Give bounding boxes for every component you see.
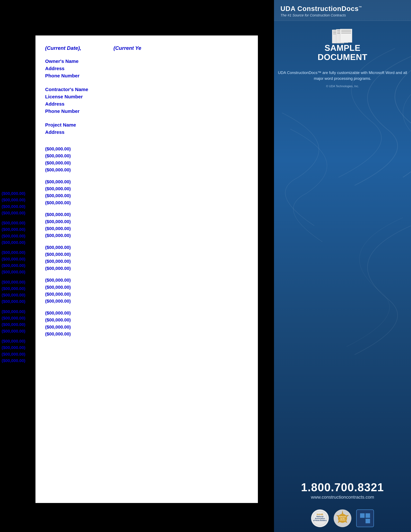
amount-group-5: ($00,000.00) ($00,000.00) ($00,000.00) (… xyxy=(45,277,248,305)
amount-3-2: ($00,000.00) xyxy=(45,218,248,225)
nahb-icon: National Association of Home Builders NA… xyxy=(313,511,327,526)
phone-number: 1.800.700.8321 xyxy=(301,481,384,494)
amount-5-1: ($00,000.00) xyxy=(45,277,248,284)
amount-6-2: ($00,000.00) xyxy=(45,316,248,323)
amount-2-3: ($00,000.00) xyxy=(45,192,248,199)
svg-text:Association: Association xyxy=(315,517,325,519)
left-amount-group-5: ($00,000.00) ($00,000.00) ($00,000.00) (… xyxy=(2,308,25,334)
left-amount-4-1: ($00,000.00) xyxy=(2,279,25,285)
amount-1-3: ($00,000.00) xyxy=(45,160,248,166)
amount-3-1: ($00,000.00) xyxy=(45,211,248,218)
svg-text:of Home Builders: of Home Builders xyxy=(313,520,327,521)
document-area: (Current Date), (Current Ye Owner's Name… xyxy=(0,0,274,532)
brand-title: UDA ConstructionDocs™ xyxy=(280,5,405,13)
contractor-name: Contractor's Name xyxy=(45,86,248,93)
left-amount-group-2: ($00,000.00) ($00,000.00) ($00,000.00) (… xyxy=(2,220,25,246)
amount-6-1: ($00,000.00) xyxy=(45,310,248,316)
amount-group-3: ($00,000.00) ($00,000.00) ($00,000.00) (… xyxy=(45,211,248,239)
endorsed-icon: Endorsed by the Industry xyxy=(334,509,351,527)
website-url: www.constructioncontracts.com xyxy=(301,494,384,500)
left-amount-2-4: ($00,000.00) xyxy=(2,239,25,246)
left-amount-group-3: ($00,000.00) ($00,000.00) ($00,000.00) (… xyxy=(2,249,25,275)
contractor-info-block: Contractor's Name License Number Address… xyxy=(45,86,248,115)
amount-group-2: ($00,000.00) ($00,000.00) ($00,000.00) (… xyxy=(45,178,248,206)
owner-phone: Phone Number xyxy=(45,72,248,79)
amount-2-1: ($00,000.00) xyxy=(45,178,248,185)
left-amount-5-3: ($00,000.00) xyxy=(2,321,25,328)
left-amount-3-4: ($00,000.00) xyxy=(2,269,25,275)
left-amount-2-2: ($00,000.00) xyxy=(2,226,25,233)
uda-grid-cell-2 xyxy=(365,513,370,518)
date-row: (Current Date), (Current Ye xyxy=(45,45,248,51)
sample-heading-line1: SAMPLE xyxy=(318,43,367,53)
current-date: (Current Date), xyxy=(45,45,81,51)
left-amount-5-2: ($00,000.00) xyxy=(2,315,25,321)
svg-text:Endorsed: Endorsed xyxy=(339,516,346,517)
amount-group-6: ($00,000.00) ($00,000.00) ($00,000.00) (… xyxy=(45,310,248,338)
amount-2-4: ($00,000.00) xyxy=(45,199,248,206)
endorsed-logo: Endorsed by the Industry xyxy=(334,509,351,527)
left-amount-5-4: ($00,000.00) xyxy=(2,328,25,334)
uda-logo xyxy=(356,509,374,527)
amount-1-4: ($00,000.00) xyxy=(45,166,248,173)
left-amount-1-4: ($00,000.00) xyxy=(2,210,25,216)
amount-1-1: ($00,000.00) xyxy=(45,145,248,152)
document-white-panel: (Current Date), (Current Ye Owner's Name… xyxy=(36,36,258,503)
left-amount-4-3: ($00,000.00) xyxy=(2,292,25,298)
document-icon-stack xyxy=(332,29,353,43)
left-amount-6-4: ($00,000.00) xyxy=(2,357,25,364)
license-number: License Number xyxy=(45,93,248,100)
amount-1-2: ($00,000.00) xyxy=(45,152,248,159)
sidebar-logos: National Association of Home Builders NA… xyxy=(311,509,374,527)
sample-description: UDA ConstructionDocs™ are fully customiz… xyxy=(274,70,411,81)
amount-6-4: ($00,000.00) xyxy=(45,331,248,337)
amount-group-1: ($00,000.00) ($00,000.00) ($00,000.00) (… xyxy=(45,145,248,173)
left-amount-1-3: ($00,000.00) xyxy=(2,203,25,210)
svg-text:NAHB: NAHB xyxy=(317,513,323,516)
amount-6-3: ($00,000.00) xyxy=(45,323,248,331)
left-black-amounts: ($00,000.00) ($00,000.00) ($00,000.00) (… xyxy=(2,190,25,367)
right-sidebar: UDA ConstructionDocs™ The #1 Source for … xyxy=(274,0,411,532)
amount-4-3: ($00,000.00) xyxy=(45,258,248,265)
sample-doc-section: SAMPLE DOCUMENT xyxy=(313,21,372,66)
current-year: (Current Ye xyxy=(113,45,141,51)
sidebar-branding: UDA ConstructionDocs™ The #1 Source for … xyxy=(274,0,411,21)
uda-grid-cell-1 xyxy=(360,513,364,518)
amount-5-3: ($00,000.00) xyxy=(45,291,248,298)
doc-page-front xyxy=(340,29,352,43)
amount-group-4: ($00,000.00) ($00,000.00) ($00,000.00) (… xyxy=(45,244,248,272)
contractor-phone: Phone Number xyxy=(45,107,248,115)
sample-heading-line2: DOCUMENT xyxy=(318,53,367,62)
left-amount-1-2: ($00,000.00) xyxy=(2,197,25,203)
project-info-block: Project Name Address xyxy=(45,121,248,136)
left-amount-2-3: ($00,000.00) xyxy=(2,233,25,239)
left-amount-3-2: ($00,000.00) xyxy=(2,256,25,262)
amount-4-4: ($00,000.00) xyxy=(45,265,248,272)
left-amount-6-1: ($00,000.00) xyxy=(2,338,25,344)
left-amount-4-2: ($00,000.00) xyxy=(2,285,25,292)
left-amount-group-4: ($00,000.00) ($00,000.00) ($00,000.00) (… xyxy=(2,279,25,305)
uda-grid-icon xyxy=(360,513,370,523)
amount-5-4: ($00,000.00) xyxy=(45,298,248,304)
svg-text:Industry: Industry xyxy=(340,519,346,521)
svg-text:by the: by the xyxy=(340,517,345,519)
sample-label: SAMPLE DOCUMENT xyxy=(318,43,367,62)
sidebar-phone-section: 1.800.700.8321 www.constructioncontracts… xyxy=(301,481,384,500)
svg-text:National: National xyxy=(316,515,323,517)
amount-3-3: ($00,000.00) xyxy=(45,225,248,232)
copyright-text: © UDA Technologies, Inc. xyxy=(326,85,359,88)
left-amount-6-3: ($00,000.00) xyxy=(2,351,25,357)
owner-name: Owner's Name xyxy=(45,57,248,65)
left-amount-2-1: ($00,000.00) xyxy=(2,220,25,226)
left-amount-group-6: ($00,000.00) ($00,000.00) ($00,000.00) (… xyxy=(2,338,25,364)
left-amount-4-4: ($00,000.00) xyxy=(2,298,25,305)
amount-4-1: ($00,000.00) xyxy=(45,244,248,251)
left-amount-3-1: ($00,000.00) xyxy=(2,249,25,256)
owner-info-block: Owner's Name Address Phone Number xyxy=(45,57,248,79)
left-amount-6-2: ($00,000.00) xyxy=(2,344,25,351)
left-amount-3-3: ($00,000.00) xyxy=(2,262,25,269)
uda-grid-cell-3 xyxy=(360,519,364,523)
amount-2-2: ($00,000.00) xyxy=(45,185,248,192)
owner-address: Address xyxy=(45,65,248,72)
project-name: Project Name xyxy=(45,121,248,128)
